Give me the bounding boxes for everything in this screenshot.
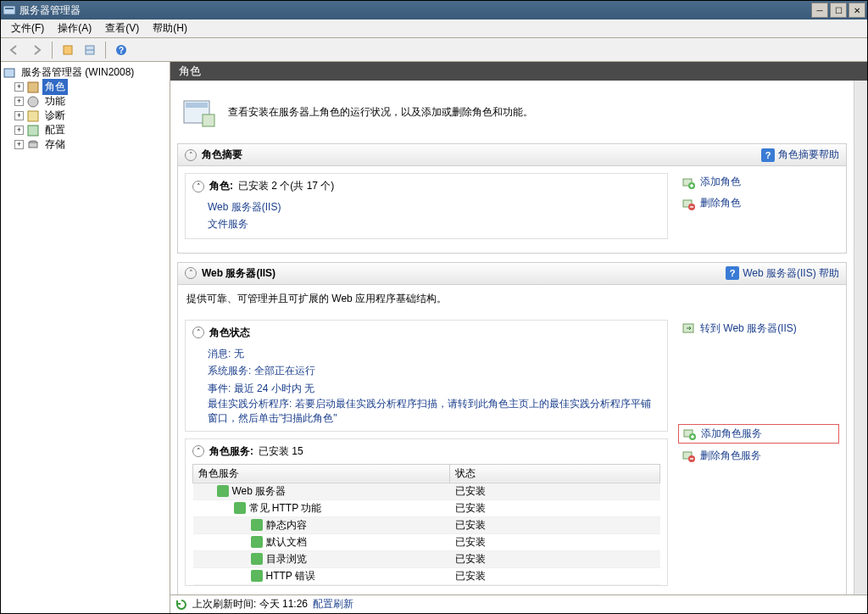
refresh-button[interactable]: [58, 40, 78, 60]
roles-large-icon: [181, 94, 216, 130]
services-title: 角色服务:: [209, 444, 253, 459]
app-icon: [3, 3, 16, 17]
chevron-up-icon: ˄: [192, 445, 204, 457]
goto-iis-link[interactable]: 转到 Web 服务器(IIS): [678, 320, 839, 338]
expand-icon[interactable]: +: [14, 140, 24, 149]
title-text: 服务器管理器: [19, 3, 810, 18]
content-title: 角色: [179, 64, 201, 79]
chevron-up-icon: ˄: [185, 149, 197, 161]
menu-action[interactable]: 操作(A): [51, 20, 98, 37]
table-row[interactable]: HTTP 错误已安装: [193, 567, 660, 584]
installed-icon: [251, 519, 263, 531]
events-link[interactable]: 事件: 最近 24 小时内 无: [208, 382, 314, 394]
chevron-up-icon: ˄: [185, 267, 197, 279]
status-bar: 上次刷新时间: 今天 11:26 配置刷新: [170, 594, 867, 613]
messages-link[interactable]: 消息: 无: [208, 348, 244, 360]
window-buttons: ─ ☐ ✕: [810, 3, 865, 18]
config-refresh-link[interactable]: 配置刷新: [313, 597, 353, 611]
table-row[interactable]: 默认文档已安装: [193, 533, 660, 550]
add-icon: [682, 427, 696, 440]
menu-file[interactable]: 文件(F): [4, 20, 51, 37]
back-button[interactable]: [4, 40, 25, 60]
tree-storage[interactable]: + 存储: [3, 137, 168, 152]
add-role-link[interactable]: 添加角色: [678, 173, 839, 191]
installed-role-link[interactable]: Web 服务器(IIS): [208, 198, 660, 215]
svg-rect-16: [203, 114, 214, 126]
goto-icon: [682, 321, 695, 335]
expand-icon[interactable]: +: [14, 97, 24, 106]
minimize-button[interactable]: ─: [811, 3, 828, 18]
content-body: 查看安装在服务器上角色的运行状况，以及添加或删除角色和功能。 ˄ 角色摘要 ? …: [170, 81, 854, 594]
role-status-subsection: ˄ 角色状态 消息: 无 系统服务: 全部正在运行 事件: 最近 24 小时内 …: [185, 320, 668, 432]
refresh-icon: [175, 599, 187, 611]
content-pane: 角色 查看安装在服务器上角色的运行状况，以及添加或删除角色和功能。 ˄ 角色摘要: [170, 62, 867, 613]
remove-role-service-link[interactable]: 删除角色服务: [678, 447, 839, 465]
installed-icon: [251, 570, 263, 582]
summary-help-link[interactable]: ? 角色摘要帮助: [761, 148, 839, 162]
features-icon: [26, 95, 40, 109]
expand-icon[interactable]: +: [14, 111, 24, 120]
role-services-table: 角色服务 状态 Web 服务器已安装常见 HTTP 功能已安装静态内容已安装默认…: [192, 464, 660, 585]
vertical-scrollbar[interactable]: [854, 81, 867, 594]
installed-role-link[interactable]: 文件服务: [208, 215, 660, 232]
properties-button[interactable]: [80, 40, 100, 60]
table-row[interactable]: 目录浏览已安装: [193, 550, 660, 567]
close-button[interactable]: ✕: [849, 3, 865, 18]
add-role-service-link[interactable]: 添加角色服务: [678, 424, 839, 444]
diagnostics-icon: [26, 109, 40, 123]
col-name[interactable]: 角色服务: [193, 464, 450, 483]
roles-icon: [26, 81, 40, 94]
svg-text:?: ?: [119, 46, 124, 55]
col-status[interactable]: 状态: [450, 464, 660, 483]
services-link[interactable]: 系统服务: 全部正在运行: [208, 365, 315, 377]
expand-icon[interactable]: +: [14, 82, 24, 92]
nav-tree[interactable]: 服务器管理器 (WIN2008) + 角色 + 功能 + 诊断 + 配置: [1, 62, 170, 613]
svg-rect-1: [5, 8, 14, 9]
bpa-link[interactable]: 最佳实践分析程序: 若要启动最佳实践分析程序扫描，请转到此角色主页上的最佳实践分…: [208, 397, 660, 426]
tree-diagnostics[interactable]: + 诊断: [3, 109, 168, 123]
config-icon: [26, 124, 40, 137]
svg-point-9: [28, 97, 38, 107]
menu-bar: 文件(F) 操作(A) 查看(V) 帮助(H): [1, 20, 867, 38]
table-row[interactable]: 静态内容已安装: [193, 516, 660, 533]
maximize-button[interactable]: ☐: [830, 3, 847, 18]
section-header[interactable]: ˄ 角色摘要 ? 角色摘要帮助: [178, 144, 846, 166]
tree-configuration[interactable]: + 配置: [3, 123, 168, 137]
section-header[interactable]: ˄ Web 服务器(IIS) ? Web 服务器(IIS) 帮助: [178, 263, 846, 285]
last-refresh-text: 上次刷新时间: 今天 11:26: [192, 597, 308, 611]
svg-rect-13: [29, 142, 37, 148]
expand-icon[interactable]: +: [14, 126, 24, 135]
toolbar: ?: [1, 38, 867, 62]
table-row[interactable]: 常见 HTTP 功能已安装: [193, 500, 660, 516]
content-header: 角色: [170, 62, 867, 81]
role-services-subsection: ˄ 角色服务: 已安装 15 角色服务 状态 Web 服务器已安装常: [185, 438, 668, 586]
menu-view[interactable]: 查看(V): [98, 20, 146, 37]
chevron-up-icon: ˄: [192, 181, 204, 193]
tree-features[interactable]: + 功能: [3, 94, 168, 109]
server-icon: [3, 66, 16, 80]
installed-icon: [234, 502, 246, 514]
menu-help[interactable]: 帮助(H): [146, 20, 194, 37]
svg-rect-10: [28, 111, 38, 121]
help-icon: ?: [761, 148, 775, 162]
installed-icon: [251, 536, 263, 548]
forward-button[interactable]: [26, 40, 47, 60]
iis-help-link[interactable]: ? Web 服务器(IIS) 帮助: [726, 266, 839, 281]
help-icon: ?: [726, 266, 739, 280]
toolbar-separator-2: [105, 42, 106, 59]
roles-count: 已安装 2 个(共 17 个): [238, 179, 334, 193]
iis-description: 提供可靠、可管理并且可扩展的 Web 应用程序基础结构。: [178, 285, 846, 313]
svg-rect-7: [4, 69, 14, 77]
roles-heading: 角色:: [209, 179, 233, 193]
body: 服务器管理器 (WIN2008) + 角色 + 功能 + 诊断 + 配置: [1, 62, 867, 613]
table-row[interactable]: Web 服务器已安装: [193, 483, 660, 500]
summary-title: 角色摘要: [202, 148, 756, 162]
tree-roles[interactable]: + 角色: [3, 80, 168, 94]
svg-rect-11: [28, 126, 38, 136]
remove-icon: [682, 449, 695, 462]
remove-role-link[interactable]: 删除角色: [678, 194, 839, 212]
help-button[interactable]: ?: [111, 40, 131, 60]
intro: 查看安装在服务器上角色的运行状况，以及添加或删除角色和功能。: [177, 87, 847, 143]
intro-text: 查看安装在服务器上角色的运行状况，以及添加或删除角色和功能。: [228, 105, 533, 120]
tree-root[interactable]: 服务器管理器 (WIN2008): [3, 65, 168, 80]
